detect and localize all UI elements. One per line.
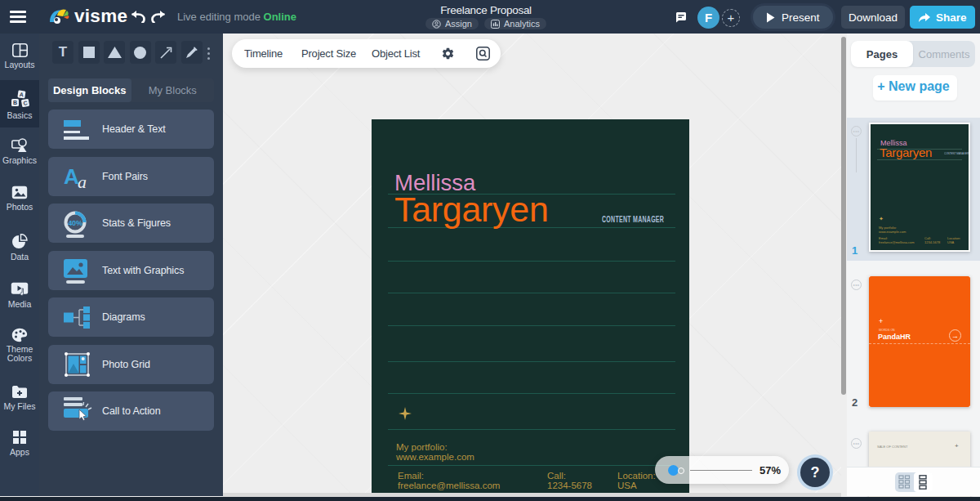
- svg-text:A: A: [19, 92, 24, 98]
- svg-text:B: B: [12, 100, 16, 105]
- svg-text:40%: 40%: [68, 219, 82, 227]
- svg-text:a: a: [78, 172, 87, 189]
